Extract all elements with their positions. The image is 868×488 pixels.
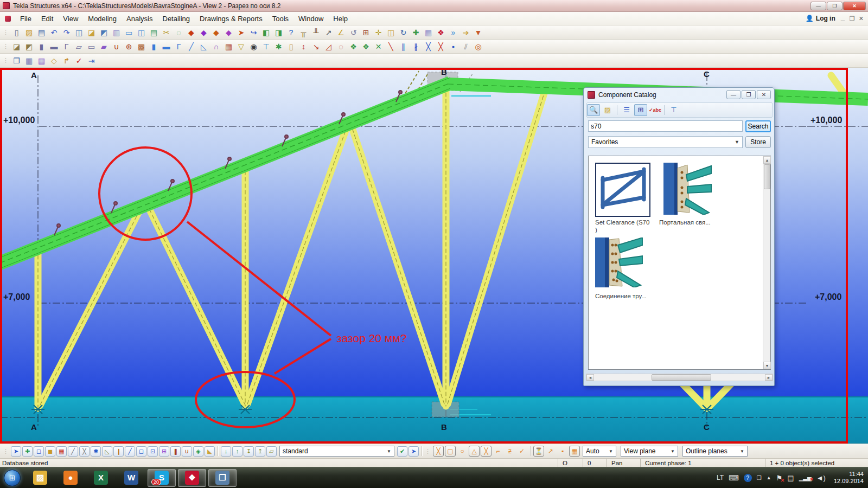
weld-create-icon[interactable]: ▽ xyxy=(235,41,247,52)
redo-icon[interactable]: ↷ xyxy=(61,27,72,38)
bolt-create-icon[interactable]: ∪ xyxy=(111,41,122,52)
select-mesh-icon[interactable]: ⊞ xyxy=(159,446,169,457)
snap-arrow-icon[interactable]: ↗ xyxy=(545,446,556,457)
create-parallel-lines-icon[interactable]: ∥ xyxy=(398,41,409,52)
select-reinforcement-icon[interactable]: ⊡ xyxy=(148,446,158,457)
keyboard-icon[interactable]: ⌨ xyxy=(729,474,739,482)
create-intersection-icon[interactable]: ╳ xyxy=(435,41,446,52)
find-binoculars-icon[interactable]: ◉ xyxy=(248,41,259,52)
component-macro-1-icon[interactable]: ◆ xyxy=(186,27,197,38)
ortho-toggle-icon[interactable]: ▪ xyxy=(557,446,568,457)
stamp-tool-icon[interactable]: ▼ xyxy=(473,27,484,38)
catalog-item-set-clearance[interactable] xyxy=(595,163,650,217)
catalog-item-portal-brace[interactable] xyxy=(659,163,714,217)
scroll-left-icon[interactable]: ◄ xyxy=(586,374,594,381)
dimension-oblique-icon[interactable]: ↘ xyxy=(310,41,322,52)
create-divided-line-icon[interactable]: ∦ xyxy=(410,41,422,52)
minimize-button[interactable]: — xyxy=(810,2,826,10)
measure-angle-icon[interactable]: ∠ xyxy=(335,27,347,38)
catalog-calendar-icon[interactable]: ▦ xyxy=(423,27,434,38)
scrollbar-thumb[interactable] xyxy=(764,164,770,189)
snap-depth-combo[interactable]: Auto▼ xyxy=(583,446,616,457)
taskbar-app-tekla-structures[interactable]: ❖ xyxy=(178,469,206,487)
split-view-4-icon[interactable]: ▦ xyxy=(36,55,47,66)
close-button[interactable]: ✕ xyxy=(843,2,866,10)
select-all-icon[interactable]: ✚ xyxy=(22,446,33,457)
auto-connection-1-icon[interactable]: ❖ xyxy=(348,41,359,52)
concrete-column-icon[interactable]: ▮ xyxy=(36,41,47,52)
fly-through-icon[interactable]: ⇥ xyxy=(86,55,97,66)
duplicate-icon[interactable]: ◩ xyxy=(98,27,110,38)
point-projection-icon[interactable]: ↪ xyxy=(248,27,259,38)
more-toolbars-icon[interactable]: » xyxy=(448,27,459,38)
snap-free-icon[interactable]: ƶ xyxy=(505,446,515,457)
pick-work-plane-icon[interactable]: ↱ xyxy=(61,55,72,66)
concrete-pad-icon[interactable]: ◪ xyxy=(11,41,22,52)
menu-analysis[interactable]: Analysis xyxy=(122,13,157,24)
select-points-icon[interactable]: ▦ xyxy=(56,446,67,457)
contour-plate-icon[interactable]: ◺ xyxy=(198,41,209,52)
menu-edit[interactable]: Edit xyxy=(36,13,58,24)
catalog-horizontal-scrollbar[interactable]: ◄ ► xyxy=(586,374,773,381)
select-surfaces-icon[interactable]: ∪ xyxy=(182,446,192,457)
cut-icon[interactable]: ✂ xyxy=(161,27,172,38)
bolt-array-icon[interactable]: ▦ xyxy=(223,41,234,52)
component-macro-4-icon[interactable]: ◆ xyxy=(223,27,234,38)
dialog-close-button[interactable]: ✕ xyxy=(757,90,771,99)
phase-manager-window-icon[interactable]: ❐ xyxy=(11,55,22,66)
create-axis-parallel-icon[interactable]: ⫽ xyxy=(460,41,471,52)
start-button[interactable]: ⊞ xyxy=(4,470,21,486)
auto-connection-2-icon[interactable]: ❖ xyxy=(360,41,372,52)
help-icon[interactable]: ? xyxy=(744,474,752,482)
menu-modeling[interactable]: Modeling xyxy=(83,13,122,24)
create-report-icon[interactable]: ✚ xyxy=(410,27,422,38)
snap-circle-icon[interactable]: ○ xyxy=(457,446,468,457)
network-icon[interactable]: ▁▃▅✕ xyxy=(799,475,812,481)
menu-detailing[interactable]: Detailing xyxy=(158,13,195,24)
catalog-item-list[interactable]: Set Clearance (S70 ) Портальная с xyxy=(588,156,771,370)
snap-green-1-icon[interactable]: ◧ xyxy=(260,27,272,38)
work-plane-icon[interactable]: ◇ xyxy=(48,55,60,66)
concrete-strip-icon[interactable]: ◩ xyxy=(23,41,35,52)
pointer-mode-icon[interactable]: ➤ xyxy=(409,446,419,457)
taskbar-clock[interactable]: 11:44 12.09.2014 xyxy=(831,471,864,485)
menu-window[interactable]: Window xyxy=(293,13,328,24)
auto-connection-3-icon[interactable]: ✕ xyxy=(373,41,384,52)
snap-grid-toggle-icon[interactable]: ▦ xyxy=(569,446,580,457)
mdi-window-controls[interactable]: ＿ ❐ ✕ xyxy=(840,15,865,23)
measure-arc-icon[interactable]: ↺ xyxy=(348,27,359,38)
select-loads-icon[interactable]: ❚ xyxy=(170,446,181,457)
select-single-bolts-icon[interactable]: ◻ xyxy=(136,446,146,457)
catalog-store-button[interactable]: Store xyxy=(745,136,771,148)
create-line-icon[interactable]: ╲ xyxy=(385,41,397,52)
view-list-icon[interactable]: ▤ xyxy=(148,27,159,38)
component-macro-2-icon[interactable]: ◆ xyxy=(198,27,209,38)
power-plug-icon[interactable]: ▤ xyxy=(787,474,794,482)
select-parts-icon[interactable]: ◻ xyxy=(34,446,44,457)
dimension-vertical-icon[interactable]: ↕ xyxy=(298,41,309,52)
taskbar-app-excel[interactable]: X xyxy=(87,469,115,487)
search-magnifier-icon[interactable]: 🔍 xyxy=(587,104,600,116)
select-bolts-icon[interactable]: ╱ xyxy=(125,446,135,457)
grid-line-icon[interactable]: ╨ xyxy=(310,27,322,38)
new-basic-view-icon[interactable]: ▭ xyxy=(123,27,135,38)
snap-override-hourglass-icon[interactable]: ⏳ xyxy=(533,446,544,457)
grid-create-icon[interactable]: ╥ xyxy=(298,27,309,38)
select-assemblies-icon[interactable]: ↓ xyxy=(221,446,231,457)
create-axis-circle-icon[interactable]: ◎ xyxy=(473,41,484,52)
menu-file[interactable]: File xyxy=(15,13,36,24)
login-button[interactable]: 👤 Log in xyxy=(806,15,835,22)
clipboard-icon[interactable]: ▥ xyxy=(111,27,122,38)
maximize-button[interactable]: ❐ xyxy=(827,2,843,10)
save-model-icon[interactable]: ▤ xyxy=(36,27,47,38)
door-macro-icon[interactable]: ▯ xyxy=(285,41,297,52)
select-task-icon[interactable]: ▱ xyxy=(266,446,277,457)
selection-filter-globe-icon[interactable]: ✔ xyxy=(397,446,407,457)
copy-icon[interactable]: ◫ xyxy=(73,27,85,38)
language-indicator[interactable]: LT xyxy=(717,474,724,481)
dialog-minimize-button[interactable]: — xyxy=(726,90,741,99)
select-component-objects-icon[interactable]: ↥ xyxy=(255,446,265,457)
component-catalog-dialog[interactable]: Component Catalog — ❐ ✕ 🔍 ▨ ☰ ⊞ ✓abc ⊤ S… xyxy=(583,87,775,386)
filter-column-icon[interactable]: ⊤ xyxy=(667,104,680,116)
list-view-icon[interactable]: ☰ xyxy=(620,104,633,116)
